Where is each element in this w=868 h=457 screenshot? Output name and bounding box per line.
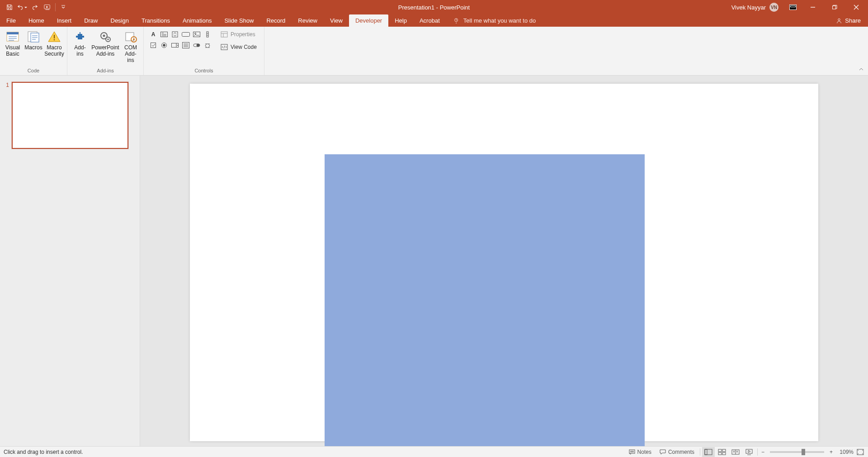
avatar[interactable]: VN — [769, 3, 778, 12]
tab-home[interactable]: Home — [22, 14, 51, 27]
zoom-in-button[interactable]: + — [828, 447, 835, 457]
macro-security-button[interactable]: Macro Security — [44, 29, 64, 57]
command-button-control-button[interactable] — [181, 29, 191, 39]
tab-help[interactable]: Help — [388, 14, 413, 27]
macros-button[interactable]: Macros — [24, 29, 43, 51]
quick-access-toolbar — [0, 2, 69, 13]
svg-point-30 — [197, 44, 199, 47]
tab-file[interactable]: File — [0, 14, 22, 27]
svg-rect-23 — [207, 32, 208, 37]
tab-slideshow[interactable]: Slide Show — [218, 14, 260, 27]
fit-to-window-button[interactable] — [855, 447, 865, 457]
tab-draw[interactable]: Draw — [78, 14, 104, 27]
normal-view-button[interactable] — [702, 447, 715, 457]
status-message: Click and drag to insert a control. — [3, 449, 625, 455]
svg-point-12 — [103, 35, 105, 37]
zoom-slider[interactable] — [770, 451, 824, 453]
scrollbar-control-button[interactable] — [203, 29, 212, 39]
group-addins-label: Add-ins — [70, 68, 141, 74]
undo-button[interactable] — [16, 2, 28, 13]
slide-number: 1 — [4, 82, 9, 442]
tab-transitions[interactable]: Transitions — [135, 14, 176, 27]
workspace: 1 — [0, 76, 868, 446]
reading-view-button[interactable] — [729, 447, 742, 457]
group-addins: Add- ins PowerPoint Add-ins COM Add-ins … — [67, 27, 144, 75]
tab-acrobat[interactable]: Acrobat — [413, 14, 446, 27]
tab-design[interactable]: Design — [104, 14, 135, 27]
svg-rect-2 — [791, 6, 796, 7]
gear-icon — [98, 29, 113, 44]
warning-icon — [47, 29, 61, 44]
label-control-button[interactable]: A — [148, 29, 158, 39]
tell-me-placeholder: Tell me what you want to do — [463, 17, 536, 24]
save-button[interactable] — [4, 2, 15, 13]
customize-qat-button[interactable] — [57, 2, 69, 13]
tab-developer[interactable]: Developer — [349, 14, 388, 27]
zoom-slider-thumb[interactable] — [802, 449, 805, 455]
slide-sorter-view-button[interactable] — [716, 447, 728, 457]
zoom-out-button[interactable]: − — [760, 447, 766, 457]
svg-point-10 — [54, 39, 55, 41]
slide-edit-area[interactable] — [140, 76, 868, 446]
com-addins-icon — [123, 29, 138, 44]
zoom-percent[interactable]: 109% — [835, 449, 854, 455]
svg-point-5 — [838, 19, 840, 20]
svg-rect-20 — [182, 33, 190, 37]
window-title: Presentation1 - PowerPoint — [398, 4, 470, 11]
group-code-label: Code — [3, 68, 64, 74]
tell-me-search[interactable]: Tell me what you want to do — [446, 14, 536, 27]
start-from-beginning-button[interactable] — [42, 2, 53, 13]
addins-button[interactable]: Add- ins — [70, 29, 90, 57]
minimize-button[interactable] — [803, 0, 823, 14]
visual-basic-icon — [5, 29, 20, 44]
svg-rect-39 — [722, 452, 726, 455]
tab-insert[interactable]: Insert — [51, 14, 78, 27]
redo-button[interactable] — [29, 2, 41, 13]
view-code-button[interactable]: View Code — [219, 42, 259, 52]
textbox-control-button[interactable] — [159, 29, 169, 39]
listbox-control-button[interactable] — [181, 40, 191, 50]
controls-gallery: A — [146, 29, 214, 50]
slide-thumbnail-pane[interactable]: 1 — [0, 76, 140, 446]
svg-rect-41 — [746, 449, 752, 453]
comments-button[interactable]: Comments — [656, 447, 698, 457]
slide-canvas[interactable] — [190, 84, 818, 441]
image-control-button[interactable] — [192, 29, 202, 39]
slideshow-view-button[interactable] — [743, 447, 755, 457]
notes-button[interactable]: Notes — [625, 447, 655, 457]
checkbox-control-button[interactable] — [148, 40, 158, 50]
svg-rect-33 — [629, 450, 635, 453]
properties-button: Properties — [219, 29, 259, 39]
tab-record[interactable]: Record — [260, 14, 292, 27]
collapse-ribbon-button[interactable] — [857, 65, 865, 73]
maximize-button[interactable] — [825, 0, 844, 14]
share-button[interactable]: Share — [829, 14, 868, 27]
option-control-button[interactable] — [159, 40, 169, 50]
titlebar-right: Vivek Nayyar VN — [731, 0, 868, 14]
svg-rect-37 — [722, 449, 726, 452]
svg-point-26 — [163, 44, 165, 47]
ribbon: Visual Basic Macros Macro Security Code — [0, 27, 868, 76]
close-button[interactable] — [846, 0, 866, 14]
powerpoint-addins-button[interactable]: PowerPoint Add-ins — [91, 29, 120, 57]
svg-rect-34 — [705, 449, 712, 455]
group-controls: A Properties View — [144, 27, 264, 75]
tab-view[interactable]: View — [324, 14, 349, 27]
visual-basic-button[interactable]: Visual Basic — [3, 29, 23, 57]
svg-rect-35 — [705, 449, 707, 455]
combobox-control-button[interactable] — [170, 40, 180, 50]
slide-thumbnail-1[interactable] — [12, 82, 128, 149]
view-code-label: View Code — [231, 44, 257, 50]
statusbar-separator-2 — [757, 448, 758, 456]
qat-separator — [55, 3, 56, 11]
spin-control-button[interactable] — [170, 29, 180, 39]
blue-rectangle-shape[interactable] — [325, 154, 645, 446]
ribbon-display-options-button[interactable] — [785, 0, 801, 14]
tab-animations[interactable]: Animations — [176, 14, 218, 27]
account-name[interactable]: Vivek Nayyar — [731, 4, 768, 11]
more-controls-button[interactable] — [203, 40, 212, 50]
svg-rect-31 — [221, 32, 227, 37]
toggle-control-button[interactable] — [192, 40, 202, 50]
com-addins-button[interactable]: COM Add-ins — [121, 29, 141, 63]
tab-review[interactable]: Review — [292, 14, 324, 27]
